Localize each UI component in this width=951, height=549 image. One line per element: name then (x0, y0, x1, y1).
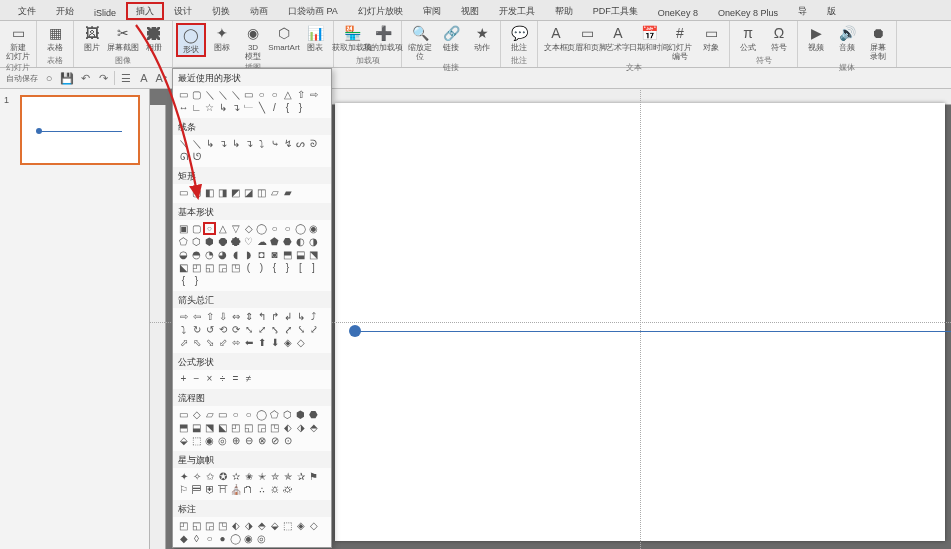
object-button[interactable]: ▭对象 (696, 23, 726, 53)
shape-cell[interactable]: ⬃ (216, 336, 229, 349)
tool-icon[interactable]: A (137, 71, 151, 85)
tab-开始[interactable]: 开始 (46, 2, 84, 20)
shape-cell[interactable]: ○ (255, 88, 268, 101)
tab-PDF工具集[interactable]: PDF工具集 (583, 2, 648, 20)
screen-rec-button[interactable]: ⏺屏幕录制 (863, 23, 893, 62)
shape-cell[interactable]: ⬘ (255, 519, 268, 532)
tab-OneKey 8 Plus[interactable]: OneKey 8 Plus (708, 5, 788, 20)
shape-cell[interactable]: ▰ (281, 186, 294, 199)
shape-cell[interactable]: } (281, 261, 294, 274)
shape-cell[interactable]: ⬟ (268, 235, 281, 248)
shape-cell[interactable]: ⊕ (229, 434, 242, 447)
tab-iSlide[interactable]: iSlide (84, 5, 126, 20)
shape-cell[interactable]: ↲ (281, 310, 294, 323)
shape-cell[interactable]: △ (281, 88, 294, 101)
comment-button[interactable]: 💬批注 (504, 23, 534, 53)
shape-cell[interactable]: [ (294, 261, 307, 274)
autosave-toggle[interactable]: ○ (42, 71, 56, 85)
tab-设计[interactable]: 设计 (164, 2, 202, 20)
link-button[interactable]: 🔗链接 (436, 23, 466, 53)
shape-cell[interactable]: ⬒ (177, 421, 190, 434)
shape-cell[interactable]: △ (216, 222, 229, 235)
shape-cell[interactable]: ◲ (255, 421, 268, 434)
shape-cell[interactable]: ⬡ (190, 235, 203, 248)
shape-cell[interactable]: ◳ (229, 261, 242, 274)
pictures-button[interactable]: 🖼图片 (77, 23, 107, 53)
shape-cell[interactable]: ◩ (229, 186, 242, 199)
shape-cell[interactable]: ◒ (177, 248, 190, 261)
zoom-button[interactable]: 🔍缩放定位 (405, 23, 435, 62)
shape-cell[interactable]: ◱ (203, 261, 216, 274)
header-footer-button[interactable]: ▭页眉和页脚 (572, 23, 602, 53)
shape-cell[interactable]: ⛨ (203, 483, 216, 496)
shape-cell[interactable]: / (268, 101, 281, 114)
shape-cell[interactable]: ◰ (177, 519, 190, 532)
shape-cell[interactable]: ⤡ (242, 323, 255, 336)
shape-cell[interactable]: ⬇ (268, 336, 281, 349)
tab-版[interactable]: 版 (817, 2, 846, 20)
shape-cell[interactable]: ○ (268, 222, 281, 235)
shape-cell[interactable]: ﹂ (242, 101, 255, 114)
shape-cell[interactable]: ) (255, 261, 268, 274)
shape-cell[interactable]: ▭ (216, 408, 229, 421)
shape-cell[interactable]: ↳ (216, 101, 229, 114)
tab-帮助[interactable]: 帮助 (545, 2, 583, 20)
shape-cell[interactable]: ⬗ (242, 519, 255, 532)
shape-cell[interactable]: ⬚ (190, 434, 203, 447)
shape-cell[interactable]: ✬ (242, 470, 255, 483)
shape-cell[interactable]: ⤵ (255, 137, 268, 150)
shape-cell[interactable]: ⬂ (203, 336, 216, 349)
save-icon[interactable]: 💾 (60, 71, 74, 85)
shape-cell[interactable]: ◖ (229, 248, 242, 261)
shape-cell[interactable]: ↔ (177, 101, 190, 114)
shape-cell[interactable]: ⛬ (255, 483, 268, 496)
shape-cell[interactable]: } (294, 101, 307, 114)
shape-cell[interactable]: ⇔ (229, 310, 242, 323)
shape-cell[interactable]: ⬒ (281, 248, 294, 261)
shape-cell[interactable]: ◯ (255, 408, 268, 421)
shape-cell[interactable]: ⇕ (242, 310, 255, 323)
shape-cell[interactable]: ⟳ (229, 323, 242, 336)
shape-cell[interactable]: ⬣ (281, 235, 294, 248)
shape-cell[interactable]: ⛩ (216, 483, 229, 496)
shape-cell[interactable]: ✰ (294, 470, 307, 483)
shape-cell[interactable]: ＼ (229, 88, 242, 101)
shape-cell[interactable]: ▽ (229, 222, 242, 235)
shape-cell[interactable]: ＼ (177, 137, 190, 150)
shape-cell[interactable]: ⬓ (294, 248, 307, 261)
shape-cell[interactable]: ↰ (255, 310, 268, 323)
shape-cell[interactable]: ᔕ (294, 137, 307, 150)
shape-cell[interactable]: ☁ (255, 235, 268, 248)
shape-cell[interactable]: ↴ (242, 137, 255, 150)
shape-cell[interactable]: ◇ (242, 222, 255, 235)
slide-thumbnail[interactable] (20, 95, 140, 165)
shape-cell[interactable]: ⚑ (307, 470, 320, 483)
shape-cell[interactable]: ◈ (281, 336, 294, 349)
shape-cell[interactable]: ⊗ (255, 434, 268, 447)
shape-cell[interactable]: ◇ (294, 336, 307, 349)
shapes-button[interactable]: ◯形状 (176, 23, 206, 57)
shape-cell[interactable]: ✦ (177, 470, 190, 483)
shape-cell[interactable]: ↻ (190, 323, 203, 336)
shape-cell[interactable]: ◑ (307, 235, 320, 248)
shape-cell[interactable]: ♡ (242, 235, 255, 248)
shape-cell[interactable]: ᘎ (190, 150, 203, 163)
tab-插入[interactable]: 插入 (126, 2, 164, 20)
table-button[interactable]: ▦表格 (40, 23, 70, 53)
shape-cell[interactable]: ⬅ (242, 336, 255, 349)
shape-cell[interactable]: ⤴ (307, 310, 320, 323)
shape-cell[interactable]: ◈ (294, 519, 307, 532)
my-addins-button[interactable]: ➕我的加载项 (368, 23, 398, 53)
shape-cell[interactable]: ◇ (190, 408, 203, 421)
shape-cell[interactable]: ◉ (307, 222, 320, 235)
tool-icon[interactable]: A↕ (155, 71, 169, 85)
shape-cell[interactable]: ⬠ (268, 408, 281, 421)
shape-cell[interactable]: ◲ (203, 519, 216, 532)
shape-cell[interactable]: ↳ (203, 137, 216, 150)
shape-cell[interactable]: ⬠ (177, 235, 190, 248)
shape-cell[interactable]: ᘐ (307, 137, 320, 150)
tab-动画[interactable]: 动画 (240, 2, 278, 20)
shape-cell[interactable]: ○ (268, 88, 281, 101)
shape-cell[interactable]: ✭ (255, 470, 268, 483)
shape-cell[interactable]: ⬘ (307, 421, 320, 434)
